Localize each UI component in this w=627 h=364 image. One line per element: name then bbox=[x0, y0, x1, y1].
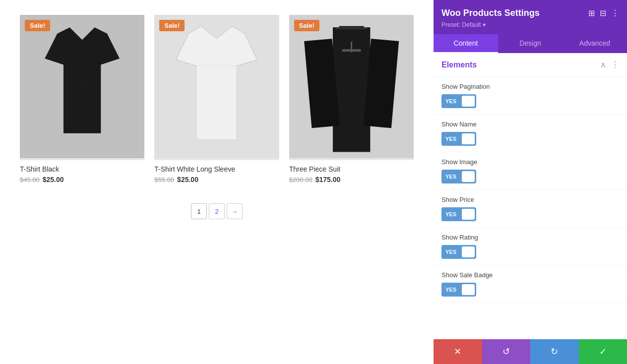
product-prices-1: $55.00 $25.00 bbox=[154, 176, 279, 183]
toggle-yes-name: YES bbox=[441, 132, 460, 146]
product-card-0[interactable]: Sale! T-SHIRT T-Shirt Black $45.00 $25.0… bbox=[20, 15, 144, 183]
next-page-btn[interactable]: → bbox=[227, 203, 243, 219]
page-1-btn[interactable]: 1 bbox=[191, 203, 207, 219]
toggle-label-name: Show Name bbox=[441, 121, 619, 128]
panel-header-top: Woo Products Settings ⊞ ⊟ ⋮ bbox=[441, 8, 619, 18]
panel-header: Woo Products Settings ⊞ ⊟ ⋮ Preset: Defa… bbox=[434, 0, 627, 34]
product-prices-2: $200.00 $175.00 bbox=[289, 176, 414, 183]
toggle-switch-rating[interactable]: YES bbox=[441, 245, 476, 259]
toggle-knob-name bbox=[462, 133, 475, 144]
toggle-label-price: Show Price bbox=[441, 196, 619, 203]
toggle-yes-sale_badge: YES bbox=[441, 283, 460, 297]
product-name-2: Three Piece Suit bbox=[289, 165, 414, 173]
toggle-knob-pagination bbox=[462, 96, 475, 107]
toggle-knob-price bbox=[462, 209, 475, 220]
product-image-2: Sale! bbox=[289, 15, 414, 160]
toggle-label-rating: Show Rating bbox=[441, 234, 619, 241]
toggle-yes-price: YES bbox=[441, 207, 460, 221]
product-name-1: T-Shirt White Long Sleeve bbox=[154, 165, 279, 173]
toggle-yes-rating: YES bbox=[441, 245, 460, 259]
svg-rect-5 bbox=[197, 66, 237, 139]
page-2-btn[interactable]: 2 bbox=[209, 203, 225, 219]
product-image-1: Sale! bbox=[154, 15, 279, 160]
svg-rect-13 bbox=[336, 27, 367, 29]
toggle-row-price: Show Price YES bbox=[434, 190, 627, 228]
toggle-switch-image[interactable]: YES bbox=[441, 170, 476, 183]
toggle-switch-name[interactable]: YES bbox=[441, 132, 476, 146]
undo-button[interactable]: ↺ bbox=[482, 339, 531, 364]
expand-icon[interactable]: ⊞ bbox=[588, 8, 595, 18]
pagination: 1 2 → bbox=[20, 203, 414, 219]
toggle-knob-rating bbox=[462, 246, 475, 257]
toggle-row-sale_badge: Show Sale Badge YES bbox=[434, 265, 627, 303]
product-prices-0: $45.00 $25.00 bbox=[20, 176, 144, 183]
panel-tabs: ContentDesignAdvanced bbox=[434, 34, 627, 53]
collapse-icon[interactable]: ∧ bbox=[600, 60, 606, 69]
svg-rect-12 bbox=[342, 49, 361, 52]
price-old-2: $200.00 bbox=[289, 176, 313, 183]
toggle-yes-image: YES bbox=[441, 170, 460, 183]
price-new-1: $25.00 bbox=[177, 176, 198, 183]
svg-text:T-SHIRT: T-SHIRT bbox=[70, 84, 94, 91]
toggle-switch-pagination[interactable]: YES bbox=[441, 94, 476, 108]
tab-content[interactable]: Content bbox=[434, 34, 498, 53]
toggle-knob-image bbox=[462, 171, 475, 182]
tab-advanced[interactable]: Advanced bbox=[563, 34, 627, 53]
save-button[interactable]: ✓ bbox=[579, 339, 627, 364]
panel-body: Elements ∧ ⋮ Show Pagination YES Show Na… bbox=[434, 53, 627, 339]
toggle-row-rating: Show Rating YES bbox=[434, 228, 627, 265]
toggle-label-pagination: Show Pagination bbox=[441, 83, 619, 90]
product-name-0: T-Shirt Black bbox=[20, 165, 144, 173]
product-card-2[interactable]: Sale! Three Piece Suit $200.00 $175.00 bbox=[289, 15, 414, 183]
toggle-label-sale_badge: Show Sale Badge bbox=[441, 271, 619, 279]
elements-title: Elements bbox=[441, 61, 477, 69]
more-options-icon[interactable]: ⋮ bbox=[611, 8, 619, 18]
products-grid: Sale! T-SHIRT T-Shirt Black $45.00 $25.0… bbox=[20, 15, 414, 183]
redo-button[interactable]: ↻ bbox=[530, 339, 579, 364]
sale-badge-0: Sale! bbox=[25, 20, 50, 31]
sale-badge-1: Sale! bbox=[159, 20, 185, 31]
panel-preset[interactable]: Preset: Default ▾ bbox=[441, 21, 619, 28]
elements-section: Elements ∧ ⋮ Show Pagination YES Show Na… bbox=[434, 53, 627, 303]
main-content: Sale! T-SHIRT T-Shirt Black $45.00 $25.0… bbox=[0, 0, 434, 364]
elements-more-icon[interactable]: ⋮ bbox=[611, 60, 619, 69]
price-new-2: $175.00 bbox=[315, 176, 341, 183]
toggle-switch-sale_badge[interactable]: YES bbox=[441, 283, 476, 297]
price-new-0: $25.00 bbox=[43, 176, 64, 183]
cancel-button[interactable]: ✕ bbox=[434, 339, 482, 364]
elements-header: Elements ∧ ⋮ bbox=[434, 53, 627, 77]
price-old-1: $55.00 bbox=[154, 176, 174, 183]
toggle-label-image: Show Image bbox=[441, 158, 619, 166]
toggle-yes-pagination: YES bbox=[441, 94, 460, 108]
product-image-0: Sale! T-SHIRT bbox=[20, 15, 144, 160]
toggle-switch-price[interactable]: YES bbox=[441, 207, 476, 221]
toggle-knob-sale_badge bbox=[462, 284, 475, 295]
product-card-1[interactable]: Sale! T-Shirt White Long Sleeve $55.00 $… bbox=[154, 15, 279, 183]
elements-header-icons: ∧ ⋮ bbox=[600, 60, 619, 69]
columns-icon[interactable]: ⊟ bbox=[600, 8, 606, 18]
price-old-0: $45.00 bbox=[20, 176, 40, 183]
toggles-container: Show Pagination YES Show Name YES Show I… bbox=[434, 77, 627, 303]
panel-title: Woo Products Settings bbox=[441, 8, 540, 18]
toggle-row-name: Show Name YES bbox=[434, 115, 627, 152]
panel-header-icons: ⊞ ⊟ ⋮ bbox=[588, 8, 619, 18]
sale-badge-2: Sale! bbox=[294, 20, 319, 31]
tab-design[interactable]: Design bbox=[498, 34, 563, 53]
toggle-row-pagination: Show Pagination YES bbox=[434, 77, 627, 115]
action-bar: ✕ ↺ ↻ ✓ bbox=[434, 339, 627, 364]
toggle-row-image: Show Image YES bbox=[434, 152, 627, 190]
settings-panel: Woo Products Settings ⊞ ⊟ ⋮ Preset: Defa… bbox=[434, 0, 627, 364]
